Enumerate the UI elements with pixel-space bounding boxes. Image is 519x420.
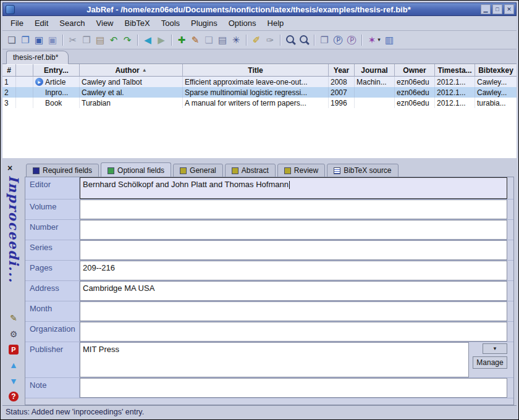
settings-icon[interactable]: ⚙ bbox=[8, 329, 19, 340]
menu-item[interactable]: File bbox=[5, 17, 29, 30]
edit-strings-icon[interactable]: ❏ bbox=[202, 33, 216, 47]
menu-item[interactable]: Options bbox=[223, 17, 262, 30]
table-row[interactable]: 1 Article Cawley and Talbot Efficient ap… bbox=[2, 77, 517, 87]
global-search-icon[interactable] bbox=[297, 33, 311, 47]
edit-entry-icon[interactable]: ✎ bbox=[188, 33, 202, 47]
cut-icon[interactable]: ✂ bbox=[66, 33, 80, 47]
menu-item[interactable]: Help bbox=[262, 17, 290, 30]
forward-icon[interactable]: ▶ bbox=[154, 33, 168, 47]
field-label: Editor bbox=[25, 177, 80, 199]
field-input[interactable] bbox=[80, 240, 507, 260]
new-database-icon[interactable]: ❏ bbox=[5, 33, 19, 47]
edit-preamble-icon[interactable]: ▤ bbox=[216, 33, 229, 47]
undo-icon[interactable]: ↶ bbox=[107, 33, 120, 47]
unmark-entries-icon[interactable]: ✑ bbox=[263, 33, 277, 47]
manage-button[interactable]: Manage bbox=[473, 356, 507, 369]
column-header-journal[interactable]: Journal bbox=[355, 64, 395, 76]
cell-title: Sparse multinomial logistic regressi... bbox=[183, 87, 329, 98]
column-header-owner[interactable]: Owner bbox=[395, 64, 435, 76]
field-label: Pages bbox=[25, 261, 80, 280]
open-database-icon[interactable]: ❐ bbox=[19, 33, 32, 47]
field-value-wrap bbox=[80, 240, 513, 260]
field-label: Month bbox=[25, 301, 80, 321]
titlebar[interactable]: JabRef - /home/ezn06edu/Documents/nonfic… bbox=[2, 2, 517, 16]
maximize-button[interactable]: □ bbox=[492, 4, 502, 14]
column-header-bibtexkey[interactable]: Bibtexkey bbox=[475, 64, 517, 76]
column-header-num[interactable]: # bbox=[2, 64, 16, 76]
redo-icon[interactable]: ↷ bbox=[120, 33, 134, 47]
cell-year: 1996 bbox=[329, 98, 355, 108]
column-header-author[interactable]: Author ▲ bbox=[80, 64, 183, 76]
field-input[interactable]: MIT Press bbox=[80, 342, 469, 377]
back-icon[interactable]: ◀ bbox=[141, 33, 154, 47]
editor-tab[interactable]: Required fields bbox=[26, 164, 99, 177]
field-input[interactable] bbox=[80, 301, 507, 321]
field-text: Bernhard Schölkopf and John Platt and Th… bbox=[83, 180, 289, 189]
new-entry-icon[interactable]: ✚ bbox=[175, 33, 188, 47]
menu-item[interactable]: Edit bbox=[29, 17, 54, 30]
field-row: Editor Bernhard Schölkopf and John Platt… bbox=[25, 177, 513, 200]
pdf-icon[interactable]: P bbox=[9, 345, 19, 355]
close-editor-icon[interactable]: × bbox=[5, 163, 15, 173]
toolbar-dropdown-arrow[interactable]: ▾ bbox=[376, 33, 382, 47]
copy-icon[interactable]: ❐ bbox=[80, 33, 93, 47]
menubar: File Edit Search View BibTeX Tools Plugi… bbox=[2, 16, 517, 31]
save-database-icon[interactable]: ▣ bbox=[32, 33, 46, 47]
field-input[interactable] bbox=[80, 200, 507, 219]
cell-num: 1 bbox=[2, 77, 16, 87]
push-application-icon[interactable]: Ⓟ bbox=[331, 33, 345, 47]
column-header-rank[interactable] bbox=[16, 64, 33, 76]
mark-entries-icon[interactable]: ✐ bbox=[250, 33, 263, 47]
manage-keywords-icon[interactable]: ✳ bbox=[229, 33, 243, 47]
cell-rank bbox=[16, 98, 33, 108]
next-entry-icon[interactable]: ▼ bbox=[8, 376, 19, 387]
push-application-alt-icon[interactable]: Ⓟ bbox=[345, 33, 358, 47]
field-text: 209--216 bbox=[83, 263, 115, 272]
menu-item[interactable]: Search bbox=[54, 17, 90, 30]
tab-color-icon bbox=[108, 167, 114, 174]
editor-side-icons: ✎ ⚙ P ▲ ▼ ? bbox=[8, 313, 19, 401]
editor-tab[interactable]: Optional fields bbox=[101, 162, 171, 177]
save-as-icon[interactable]: ▣ bbox=[46, 33, 59, 47]
column-header-timestamp[interactable]: Timesta... bbox=[435, 64, 475, 76]
menu-item[interactable]: Tools bbox=[156, 17, 185, 30]
column-header-title[interactable]: Title bbox=[183, 64, 329, 76]
field-input[interactable]: Bernhard Schölkopf and John Platt and Th… bbox=[80, 177, 507, 199]
editor-tab[interactable]: General bbox=[173, 164, 223, 177]
column-header-entrytype[interactable]: Entry... bbox=[33, 64, 80, 76]
field-row: Series bbox=[25, 240, 513, 261]
menu-item[interactable]: BibTeX bbox=[119, 17, 156, 30]
field-input[interactable]: 209--216 bbox=[80, 261, 507, 280]
generate-key-icon[interactable]: ✎ bbox=[8, 313, 19, 324]
prev-entry-icon[interactable]: ▲ bbox=[8, 359, 19, 371]
openoffice-icon[interactable]: ▥ bbox=[382, 33, 396, 47]
table-row[interactable]: 2 Inpro... Cawley et al. Sparse multinom… bbox=[2, 87, 517, 98]
tab-color-icon bbox=[180, 167, 187, 174]
field-input[interactable] bbox=[80, 322, 507, 342]
file-tab[interactable]: thesis-ref.bib* bbox=[6, 51, 69, 64]
editor-tab[interactable]: Abstract bbox=[225, 164, 276, 177]
menu-item[interactable]: View bbox=[91, 17, 119, 30]
field-label: Number bbox=[25, 220, 80, 240]
cell-bibtexkey: Cawley... bbox=[475, 77, 517, 87]
help-icon[interactable]: ? bbox=[9, 392, 19, 401]
editor-tab[interactable]: Review bbox=[277, 164, 325, 177]
table-body: 1 Article Cawley and Talbot Efficient ap… bbox=[2, 77, 517, 108]
entry-editor: × Inproceedi... ✎ ⚙ P ▲ ▼ ? bbox=[2, 162, 517, 405]
field-input[interactable] bbox=[80, 220, 507, 240]
toolbar-separator bbox=[243, 33, 250, 47]
publisher-dropdown-button[interactable]: ▼ bbox=[483, 343, 507, 354]
field-value-wrap bbox=[80, 301, 513, 321]
field-input[interactable] bbox=[80, 378, 507, 398]
close-button[interactable]: ✕ bbox=[504, 4, 514, 14]
table-row[interactable]: 3 Book Turabian A manual for writers of … bbox=[2, 98, 517, 108]
copy-key-icon[interactable]: ❐ bbox=[318, 33, 331, 47]
cell-title: A manual for writers of term papers... bbox=[183, 98, 329, 108]
menu-item[interactable]: Plugins bbox=[185, 17, 223, 30]
minimize-button[interactable]: ▁ bbox=[481, 4, 491, 14]
column-header-year[interactable]: Year bbox=[329, 64, 355, 76]
search-icon[interactable] bbox=[284, 33, 297, 47]
field-input[interactable]: Cambridge MA USA bbox=[80, 281, 507, 301]
editor-tab[interactable]: BibTeX source bbox=[327, 164, 398, 177]
paste-icon[interactable]: ▤ bbox=[93, 33, 107, 47]
